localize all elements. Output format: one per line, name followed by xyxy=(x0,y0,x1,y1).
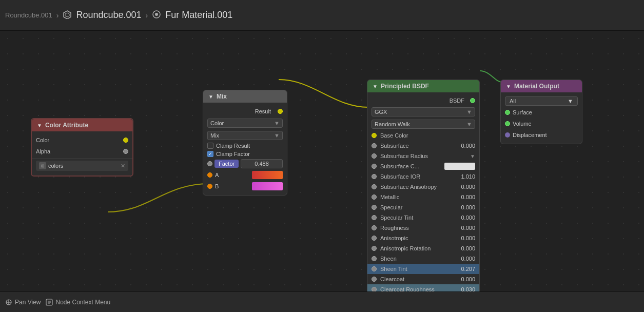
mix-node: ▼ Mix Result Color ▼ Mix ▼ xyxy=(203,90,287,196)
output-header[interactable]: ▼ Material Output xyxy=(501,80,582,92)
specular-tint-socket[interactable] xyxy=(372,215,377,220)
b-input-row: B xyxy=(203,181,287,192)
output-collapse-icon: ▼ xyxy=(506,84,511,89)
specular-socket[interactable] xyxy=(372,205,377,210)
sheen-value: 0.000 xyxy=(455,256,475,262)
node-context-item[interactable]: Node Context Menu xyxy=(46,299,110,306)
bsdf-title: Principled BSDF xyxy=(381,83,429,90)
subsurface-socket[interactable] xyxy=(372,143,377,148)
pan-icon xyxy=(5,299,12,306)
bsdf-output-socket[interactable] xyxy=(470,98,475,103)
volume-input-row: Volume xyxy=(501,118,582,129)
sheen-tint-value: 0.207 xyxy=(455,266,475,272)
volume-label: Volume xyxy=(513,121,578,127)
color-output-row: Color xyxy=(32,134,132,146)
factor-row[interactable]: Factor 0.488 xyxy=(203,158,287,169)
clamp-result-row[interactable]: Clamp Result xyxy=(203,142,287,150)
clamp-result-checkbox[interactable] xyxy=(207,143,213,149)
pan-view-item[interactable]: Pan View xyxy=(5,299,41,306)
output-select[interactable]: All ▼ xyxy=(505,96,578,106)
breadcrumb-arrow-1: › xyxy=(56,11,59,20)
color-attribute-header[interactable]: ▼ Color Attribute xyxy=(32,119,132,131)
sheen-tint-socket[interactable] xyxy=(372,266,377,271)
a-input-row: A xyxy=(203,169,287,181)
specular-tint-row: Specular Tint 0.000 xyxy=(367,212,479,223)
subsurface-color-swatch[interactable] xyxy=(444,163,475,170)
b-socket[interactable] xyxy=(207,184,212,189)
base-color-socket[interactable] xyxy=(372,133,377,138)
a-swatch[interactable] xyxy=(252,171,283,179)
mode-select[interactable]: Mix ▼ xyxy=(207,131,283,140)
clamp-factor-row[interactable]: Clamp Factor xyxy=(203,150,287,158)
colors-tag-label: colors xyxy=(48,163,119,169)
svg-marker-0 xyxy=(64,11,71,19)
mode-dropdown-row[interactable]: Mix ▼ xyxy=(203,129,287,142)
output-dropdown-row[interactable]: All ▼ xyxy=(501,95,582,107)
material-icon xyxy=(152,10,161,21)
clearcoat-row: Clearcoat 0.000 xyxy=(367,274,479,284)
factor-socket[interactable] xyxy=(207,161,212,166)
bottom-bar: Pan View Node Context Menu xyxy=(0,291,644,312)
subsurface-ior-value: 1.010 xyxy=(455,173,475,180)
surface-socket[interactable] xyxy=(505,110,510,115)
volume-socket[interactable] xyxy=(505,121,510,126)
result-row: Result xyxy=(203,106,287,117)
clamp-result-label: Clamp Result xyxy=(216,143,283,149)
output-select-arrow: ▼ xyxy=(568,98,573,104)
bsdf-output-label: BSDF xyxy=(372,98,464,104)
subsurface-method-select[interactable]: Random Walk ▼ xyxy=(372,120,475,129)
colors-tag-icon: ⊞ xyxy=(39,162,46,169)
distribution-select[interactable]: GGX ▼ xyxy=(372,107,475,116)
sheen-tint-label: Sheen Tint xyxy=(380,266,452,272)
b-label: B xyxy=(215,183,249,189)
factor-value[interactable]: 0.488 xyxy=(241,159,283,168)
b-swatch[interactable] xyxy=(252,182,283,190)
metallic-value: 0.000 xyxy=(455,194,475,200)
subsurface-radius-label: Subsurface Radius xyxy=(380,153,467,159)
alpha-output-socket[interactable] xyxy=(123,149,128,154)
svg-point-3 xyxy=(155,13,158,16)
roughness-socket[interactable] xyxy=(372,225,377,230)
type-dropdown-row[interactable]: Color ▼ xyxy=(203,117,287,129)
bsdf-header[interactable]: ▼ Principled BSDF xyxy=(367,80,479,92)
result-socket[interactable] xyxy=(278,109,283,114)
metallic-label: Metallic xyxy=(380,194,452,200)
anisotropic-rotation-socket[interactable] xyxy=(372,246,377,251)
subsurface-ior-label: Subsurface IOR xyxy=(380,173,452,180)
node-canvas[interactable]: ▼ Color Attribute Color Alpha ⊞ colors ✕… xyxy=(0,31,644,291)
subsurface-method-arrow: ▼ xyxy=(466,121,472,127)
subsurface-row: Subsurface 0.000 xyxy=(367,141,479,151)
specular-row: Specular 0.000 xyxy=(367,202,479,212)
displacement-label: Displacement xyxy=(513,132,578,138)
displacement-socket[interactable] xyxy=(505,132,510,138)
subsurface-method-row[interactable]: Random Walk ▼ xyxy=(367,118,479,130)
type-select[interactable]: Color ▼ xyxy=(207,119,283,128)
clearcoat-socket[interactable] xyxy=(372,277,377,282)
alpha-output-label: Alpha xyxy=(36,148,121,154)
mix-body: Result Color ▼ Mix ▼ Clamp Result xyxy=(203,103,287,195)
color-output-socket[interactable] xyxy=(123,138,128,143)
sheen-row: Sheen 0.000 xyxy=(367,254,479,264)
breadcrumb-object[interactable]: Roundcube.001 xyxy=(76,10,141,21)
colors-tag[interactable]: ⊞ colors ✕ xyxy=(36,161,128,171)
subsurface-anisotropy-socket[interactable] xyxy=(372,184,377,189)
color-output-label: Color xyxy=(36,137,121,143)
colors-tag-close[interactable]: ✕ xyxy=(121,163,125,169)
subsurface-anisotropy-value: 0.000 xyxy=(455,184,475,190)
clamp-factor-checkbox[interactable] xyxy=(207,151,213,157)
type-select-value: Color xyxy=(210,120,224,126)
svg-marker-1 xyxy=(65,13,69,17)
subsurface-ior-socket[interactable] xyxy=(372,174,377,179)
distribution-row[interactable]: GGX ▼ xyxy=(367,106,479,118)
metallic-socket[interactable] xyxy=(372,194,377,200)
sheen-socket[interactable] xyxy=(372,256,377,261)
subsurface-color-socket[interactable] xyxy=(372,164,377,169)
separator xyxy=(32,159,132,159)
mix-header[interactable]: ▼ Mix xyxy=(203,90,287,103)
node-context-label: Node Context Menu xyxy=(55,299,110,306)
anisotropic-socket[interactable] xyxy=(372,236,377,241)
roughness-label: Roughness xyxy=(380,225,452,231)
breadcrumb-material[interactable]: Fur Material.001 xyxy=(165,10,232,21)
a-socket[interactable] xyxy=(207,172,212,178)
subsurface-radius-socket[interactable] xyxy=(372,153,377,159)
